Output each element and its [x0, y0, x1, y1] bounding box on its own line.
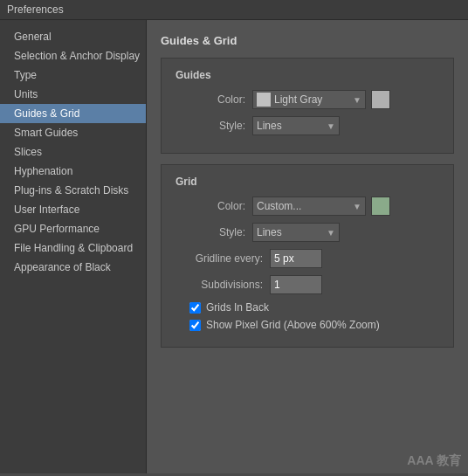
sidebar-item-type[interactable]: Type: [0, 66, 146, 85]
sidebar-item-gpu[interactable]: GPU Performance: [0, 219, 146, 238]
guides-style-label: Style:: [176, 120, 245, 132]
watermark: AAA 教育: [407, 453, 461, 469]
guides-style-row: Style: Lines ▼: [176, 116, 439, 135]
sidebar-item-file-handling[interactable]: File Handling & Clipboard: [0, 238, 146, 258]
grids-in-back-label: Grids In Back: [206, 301, 269, 314]
title-label: Preferences: [7, 3, 64, 16]
guides-color-swatch: [257, 93, 271, 107]
guides-color-row: Color: Light Gray ▼: [176, 90, 439, 109]
show-pixel-grid-checkbox[interactable]: [189, 320, 201, 331]
grid-style-arrow-icon: ▼: [323, 228, 335, 238]
guides-style-value: Lines: [257, 120, 282, 132]
grids-in-back-row: Grids In Back: [176, 301, 439, 314]
show-pixel-grid-label: Show Pixel Grid (Above 600% Zoom): [206, 319, 380, 331]
section-title: Guides & Grid: [161, 34, 454, 47]
show-pixel-grid-row: Show Pixel Grid (Above 600% Zoom): [176, 319, 439, 331]
guides-color-preview[interactable]: [371, 90, 390, 109]
guides-style-dropdown[interactable]: Lines ▼: [252, 116, 340, 135]
gridline-row: Gridline every:: [176, 249, 439, 268]
grid-group-label: Grid: [176, 176, 439, 188]
subdivisions-input[interactable]: [270, 275, 322, 294]
sidebar-item-hyphenation[interactable]: Hyphenation: [0, 162, 146, 181]
sidebar-item-guides-grid[interactable]: Guides & Grid: [0, 104, 146, 123]
grid-color-label: Color:: [176, 200, 245, 212]
gridline-label: Gridline every:: [176, 252, 263, 265]
guides-style-arrow-icon: ▼: [323, 121, 335, 131]
grid-color-value: Custom...: [257, 200, 301, 212]
guides-color-label: Color:: [176, 93, 245, 106]
grid-style-value: Lines: [257, 226, 282, 238]
gridline-input[interactable]: [270, 249, 322, 268]
guides-group-label: Guides: [176, 69, 439, 81]
sidebar: General Selection & Anchor Display Type …: [0, 20, 147, 473]
subdivisions-row: Subdivisions:: [176, 275, 439, 294]
guides-color-arrow-icon: ▼: [349, 95, 361, 105]
grid-style-dropdown[interactable]: Lines ▼: [252, 223, 340, 242]
sidebar-item-appearance[interactable]: Appearance of Black: [0, 258, 146, 277]
sidebar-item-general[interactable]: General: [0, 27, 146, 46]
sidebar-item-plugins[interactable]: Plug-ins & Scratch Disks: [0, 181, 146, 200]
sidebar-item-smart-guides[interactable]: Smart Guides: [0, 123, 146, 142]
grid-color-preview[interactable]: [371, 197, 390, 216]
grid-style-label: Style:: [176, 226, 245, 238]
sidebar-item-user-interface[interactable]: User Interface: [0, 200, 146, 219]
grid-color-dropdown[interactable]: Custom... ▼: [252, 197, 366, 216]
grid-color-arrow-icon: ▼: [349, 202, 361, 211]
title-bar: Preferences: [0, 0, 468, 20]
grid-group: Grid Color: Custom... ▼ Style: Lines ▼ G…: [161, 164, 454, 348]
sidebar-item-slices[interactable]: Slices: [0, 142, 146, 162]
subdivisions-label: Subdivisions:: [176, 279, 263, 291]
sidebar-item-selection-anchor[interactable]: Selection & Anchor Display: [0, 46, 146, 66]
grid-style-row: Style: Lines ▼: [176, 223, 439, 242]
grid-color-row: Color: Custom... ▼: [176, 197, 439, 216]
content-area: Guides & Grid Guides Color: Light Gray ▼…: [147, 20, 468, 473]
grids-in-back-checkbox[interactable]: [189, 302, 201, 314]
main-container: General Selection & Anchor Display Type …: [0, 20, 468, 473]
guides-group: Guides Color: Light Gray ▼ Style: Lines …: [161, 58, 454, 154]
guides-color-dropdown[interactable]: Light Gray ▼: [252, 90, 366, 109]
sidebar-item-units[interactable]: Units: [0, 85, 146, 104]
guides-color-value: Light Gray: [274, 93, 322, 106]
